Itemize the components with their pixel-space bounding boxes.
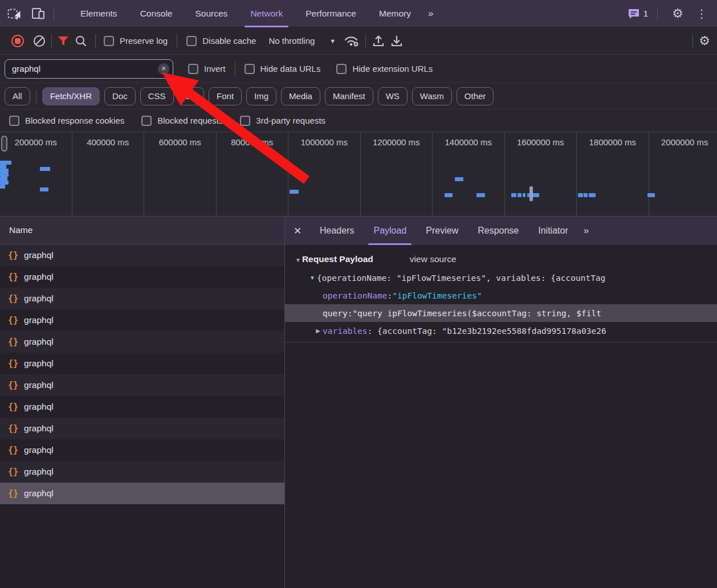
payload-pane: ▼ Request Payload view source ▼ {operati… bbox=[285, 245, 717, 588]
tab-console[interactable]: Console bbox=[129, 0, 184, 27]
close-details-button[interactable]: ✕ bbox=[285, 225, 310, 237]
table-row-request[interactable]: {}graphql bbox=[0, 483, 284, 504]
chip-wasm[interactable]: Wasm bbox=[412, 87, 452, 105]
payload-root-line[interactable]: ▼ {operationName: "ipFlowTimeseries", va… bbox=[285, 269, 717, 287]
network-filter-row: ✕ Invert Hide data URLs Hide extension U… bbox=[0, 55, 717, 83]
divider bbox=[36, 89, 36, 103]
timeline-selection-marker bbox=[529, 186, 533, 201]
hide-data-urls-checkbox[interactable]: Hide data URLs bbox=[245, 64, 321, 74]
request-timing-bar bbox=[445, 193, 453, 197]
customize-devtools-button[interactable]: ⋮ bbox=[692, 4, 711, 23]
clear-filter-button[interactable]: ✕ bbox=[158, 63, 169, 75]
table-row-request[interactable]: {}graphql bbox=[0, 288, 284, 309]
chip-media[interactable]: Media bbox=[281, 87, 320, 105]
chip-other[interactable]: Other bbox=[457, 87, 494, 105]
blocked-response-cookies-label: Blocked response cookies bbox=[25, 116, 124, 125]
table-row-request[interactable]: {}graphql bbox=[0, 244, 284, 266]
details-more-tabs-button[interactable]: » bbox=[578, 225, 593, 236]
details-tab-preview[interactable]: Preview bbox=[416, 217, 468, 245]
payload-query-line[interactable]: query: "query ipFlowTimeseries($accountT… bbox=[285, 304, 717, 322]
divider bbox=[95, 34, 96, 48]
table-row-request[interactable]: {}graphql bbox=[0, 353, 284, 374]
network-overview-timeline[interactable]: 200000 ms400000 ms600000 ms800000 ms1000… bbox=[0, 132, 717, 217]
throttling-value: No throttling bbox=[268, 36, 315, 46]
name-column-header[interactable]: Name bbox=[0, 217, 284, 244]
details-tab-response[interactable]: Response bbox=[468, 217, 528, 245]
search-network-button[interactable] bbox=[75, 35, 87, 47]
request-timing-bar bbox=[476, 193, 485, 197]
request-name: graphql bbox=[24, 315, 54, 325]
toggle-device-toolbar-button[interactable] bbox=[28, 4, 48, 23]
timeline-tick-1800000-ms: 1800000 ms bbox=[577, 132, 649, 216]
chip-ws[interactable]: WS bbox=[378, 87, 408, 105]
panel-tabs: ElementsConsoleSourcesNetworkPerformance… bbox=[69, 0, 422, 27]
tab-performance[interactable]: Performance bbox=[294, 0, 368, 27]
table-row-request[interactable]: {}graphql bbox=[0, 461, 284, 483]
funnel-icon bbox=[58, 36, 69, 46]
divider bbox=[177, 34, 177, 48]
hide-extension-urls-checkbox[interactable]: Hide extension URLs bbox=[336, 64, 433, 74]
filter-toggle-button[interactable] bbox=[58, 36, 69, 46]
chip-img[interactable]: Img bbox=[246, 87, 276, 105]
network-settings-button[interactable]: ⚙ bbox=[699, 35, 710, 47]
chip-manifest[interactable]: Manifest bbox=[325, 87, 373, 105]
json-string-value: "ipFlowTimeseries" bbox=[392, 291, 482, 300]
json-braces-icon: {} bbox=[8, 423, 18, 434]
devtools-tab-bar: ElementsConsoleSourcesNetworkPerformance… bbox=[0, 0, 717, 27]
json-braces-icon: {} bbox=[8, 467, 18, 477]
chip-font[interactable]: Font bbox=[209, 87, 242, 105]
invert-checkbox[interactable]: Invert bbox=[188, 64, 226, 74]
json-braces-icon: {} bbox=[8, 358, 18, 369]
table-row-request[interactable]: {}graphql bbox=[0, 439, 284, 461]
blocked-response-cookies-checkbox[interactable]: Blocked response cookies bbox=[9, 116, 124, 126]
view-source-link[interactable]: view source bbox=[410, 254, 457, 264]
tab-sources[interactable]: Sources bbox=[184, 0, 239, 27]
triangle-down-icon[interactable]: ▼ bbox=[295, 257, 301, 263]
filter-input[interactable] bbox=[5, 64, 173, 74]
inspect-element-button[interactable] bbox=[5, 4, 24, 23]
timeline-tick-1400000-ms: 1400000 ms bbox=[433, 132, 505, 216]
details-tab-payload[interactable]: Payload bbox=[364, 217, 416, 245]
details-tab-initiator[interactable]: Initiator bbox=[528, 217, 577, 245]
chip-js[interactable]: JS bbox=[178, 87, 205, 105]
request-timing-bar bbox=[0, 177, 7, 181]
table-row-request[interactable]: {}graphql bbox=[0, 396, 284, 418]
triangle-right-icon[interactable]: ▶ bbox=[313, 328, 323, 334]
table-row-request[interactable]: {}graphql bbox=[0, 309, 284, 331]
timeline-left-handle[interactable] bbox=[1, 136, 7, 152]
chip-all[interactable]: All bbox=[5, 87, 30, 105]
json-braces-icon: {} bbox=[8, 315, 18, 325]
record-network-log-button[interactable] bbox=[11, 35, 24, 47]
network-conditions-button[interactable] bbox=[344, 35, 360, 47]
table-row-request[interactable]: {}graphql bbox=[0, 331, 284, 353]
blocked-requests-checkbox[interactable]: Blocked requests bbox=[141, 116, 223, 126]
payload-operation-name-line[interactable]: operationName: "ipFlowTimeseries" bbox=[285, 287, 717, 304]
chip-css[interactable]: CSS bbox=[140, 87, 174, 105]
request-name: graphql bbox=[24, 380, 54, 390]
3rd-party-requests-checkbox[interactable]: 3rd-party requests bbox=[240, 116, 325, 126]
json-key: variables bbox=[323, 326, 368, 336]
throttling-select[interactable]: No throttling ▼ bbox=[268, 36, 336, 46]
table-row-request[interactable]: {}graphql bbox=[0, 266, 284, 288]
triangle-down-icon[interactable]: ▼ bbox=[308, 275, 317, 281]
timeline-tick-1200000-ms: 1200000 ms bbox=[361, 132, 433, 216]
tab-memory[interactable]: Memory bbox=[368, 0, 422, 27]
disable-cache-checkbox[interactable]: Disable cache bbox=[186, 36, 256, 46]
export-har-button[interactable] bbox=[390, 35, 404, 47]
details-tab-bar: ✕ HeadersPayloadPreviewResponseInitiator… bbox=[285, 217, 717, 245]
clear-network-log-button[interactable] bbox=[33, 35, 46, 47]
settings-button[interactable]: ⚙ bbox=[668, 4, 687, 23]
payload-variables-line[interactable]: ▶ variables: {accountTag: "b12e3b2192ee5… bbox=[285, 322, 717, 340]
issues-count: 1 bbox=[643, 9, 648, 18]
chip-doc[interactable]: Doc bbox=[104, 87, 136, 105]
tab-network[interactable]: Network bbox=[239, 0, 294, 27]
preserve-log-checkbox[interactable]: Preserve log bbox=[104, 36, 168, 46]
chip-fetch-xhr[interactable]: Fetch/XHR bbox=[42, 87, 100, 105]
details-tab-headers[interactable]: Headers bbox=[310, 217, 364, 245]
table-row-request[interactable]: {}graphql bbox=[0, 418, 284, 439]
more-panels-button[interactable]: » bbox=[422, 8, 438, 19]
import-har-button[interactable] bbox=[372, 35, 385, 47]
table-row-request[interactable]: {}graphql bbox=[0, 374, 284, 396]
issues-button[interactable]: 1 bbox=[628, 8, 648, 19]
tab-elements[interactable]: Elements bbox=[69, 0, 129, 27]
